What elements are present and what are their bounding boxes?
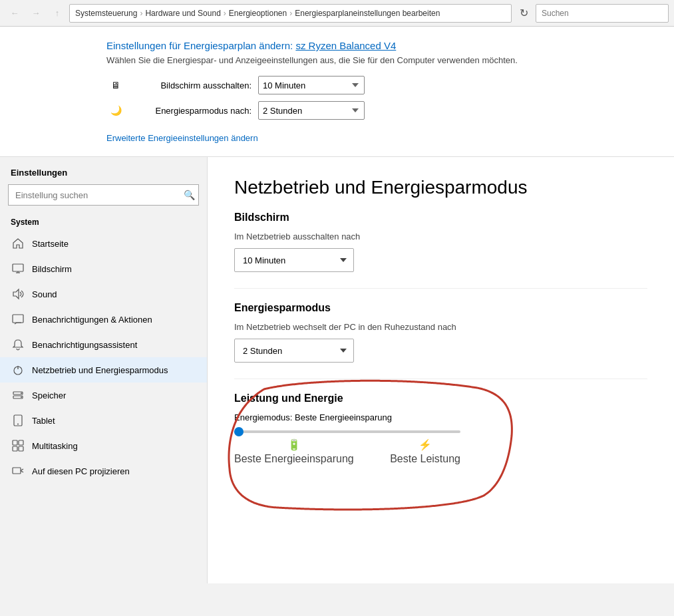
top-bar: ← → ↑ Systemsteuerung › Hardware und Sou… bbox=[0, 0, 674, 27]
svg-rect-14 bbox=[19, 440, 23, 445]
slider-right-icon: ⚡ bbox=[419, 438, 432, 451]
section-bildschirm-title: Bildschirm bbox=[234, 212, 647, 224]
svg-rect-15 bbox=[13, 446, 17, 451]
power-icon bbox=[11, 363, 25, 377]
breadcrumb: Systemsteuerung › Hardware und Sound › E… bbox=[69, 4, 512, 23]
section-divider-1 bbox=[234, 288, 647, 289]
slider-track bbox=[234, 430, 460, 433]
setting-row-2: 🌙 Energiesparmodus nach: 2 Stunden 15 Mi… bbox=[106, 101, 647, 120]
sidebar-item-label-multitasking: Multitasking bbox=[32, 441, 78, 451]
sidebar-item-tablet[interactable]: Tablet bbox=[0, 408, 207, 433]
sidebar-item-sound[interactable]: Sound bbox=[0, 281, 207, 307]
breadcrumb-sep-2: › bbox=[224, 9, 226, 18]
sidebar-item-label-tablet: Tablet bbox=[32, 416, 55, 426]
breadcrumb-item-1: Systemsteuerung bbox=[75, 9, 137, 18]
setting2-label: Energiesparmodus nach: bbox=[132, 106, 252, 116]
section-divider-2 bbox=[234, 379, 647, 379]
svg-point-10 bbox=[21, 396, 22, 398]
sidebar-item-label-speicher: Speicher bbox=[32, 390, 66, 400]
energie-icon: 🌙 bbox=[106, 101, 125, 120]
multitasking-icon bbox=[11, 438, 25, 453]
sidebar-section-label: System bbox=[0, 214, 207, 231]
sidebar-item-startseite[interactable]: Startseite bbox=[0, 231, 207, 256]
bildschirm-icon: 🖥 bbox=[106, 76, 125, 94]
svg-line-19 bbox=[21, 471, 23, 473]
sidebar-item-assistent[interactable]: Benachrichtigungsassistent bbox=[0, 332, 207, 357]
slider-thumb[interactable] bbox=[234, 427, 244, 436]
section-leistung-title: Leistung und Energie bbox=[234, 392, 647, 404]
svg-line-18 bbox=[21, 469, 23, 471]
upper-subtitle: Wählen Sie die Energiespar- und Anzeigee… bbox=[106, 55, 647, 65]
energie-dropdown-row: 2 Stunden 15 Minuten 30 Minuten 1 Stunde… bbox=[234, 339, 647, 363]
chat-icon bbox=[11, 312, 25, 327]
refresh-button[interactable]: ↻ bbox=[514, 4, 533, 23]
breadcrumb-sep-3: › bbox=[289, 9, 292, 18]
svg-rect-17 bbox=[13, 468, 21, 474]
setting1-label: Bildschirm ausschalten: bbox=[132, 80, 252, 90]
home-icon bbox=[11, 236, 25, 251]
top-search-input[interactable] bbox=[536, 4, 669, 23]
up-button[interactable]: ↑ bbox=[48, 4, 67, 23]
setting2-select[interactable]: 2 Stunden 15 Minuten 30 Minuten 1 Stunde… bbox=[258, 101, 365, 120]
title-prefix: Einstellungen für Energiesparplan ändern… bbox=[106, 40, 293, 51]
back-button[interactable]: ← bbox=[5, 4, 24, 23]
bildschirm-dropdown-row: 10 Minuten 5 Minuten 15 Minuten 30 Minut… bbox=[234, 248, 647, 272]
sidebar-item-label-bildschirm: Bildschirm bbox=[32, 264, 72, 274]
sound-icon bbox=[11, 287, 25, 301]
breadcrumb-sep-1: › bbox=[140, 9, 142, 18]
bildschirm-subtitle: Im Netzbetrieb ausschalten nach bbox=[234, 231, 647, 241]
content-area: Netzbetrieb und Energiesparmodus Bildsch… bbox=[208, 157, 674, 583]
upper-title: Einstellungen für Energiesparplan ändern… bbox=[106, 40, 647, 51]
slider-labels: 🔋 Beste Energieeinsparung ⚡ Beste Leistu… bbox=[234, 438, 460, 465]
sidebar-item-label-benachrichtigungen: Benachrichtigungen & Aktionen bbox=[32, 315, 152, 325]
bell-icon bbox=[11, 337, 25, 352]
sidebar-item-benachrichtigungen[interactable]: Benachrichtigungen & Aktionen bbox=[0, 307, 207, 332]
forward-button[interactable]: → bbox=[27, 4, 45, 23]
project-icon bbox=[11, 464, 25, 478]
sidebar-search-icon[interactable]: 🔍 bbox=[184, 190, 195, 200]
svg-marker-3 bbox=[13, 289, 19, 299]
breadcrumb-item-4: Energiesparplaneinstellungen bearbeiten bbox=[295, 9, 440, 18]
monitor-icon bbox=[11, 261, 25, 276]
sidebar-item-label-projizieren: Auf diesen PC projizieren bbox=[32, 466, 130, 476]
sidebar-title: Einstellungen bbox=[0, 168, 207, 184]
svg-point-9 bbox=[21, 392, 22, 394]
svg-rect-4 bbox=[13, 315, 23, 323]
svg-rect-0 bbox=[13, 264, 23, 271]
upper-panel: Einstellungen für Energiesparplan ändern… bbox=[0, 27, 674, 157]
sidebar-item-label-startseite: Startseite bbox=[32, 239, 69, 249]
slider-wrapper: 🔋 Beste Energieeinsparung ⚡ Beste Leistu… bbox=[234, 430, 647, 485]
sidebar-search-input[interactable] bbox=[8, 184, 199, 206]
slider-left-icon: 🔋 bbox=[287, 438, 301, 451]
energie-dropdown[interactable]: 2 Stunden 15 Minuten 30 Minuten 1 Stunde… bbox=[234, 339, 354, 363]
energie-subtitle: Im Netzbetrieb wechselt der PC in den Ru… bbox=[234, 322, 647, 332]
breadcrumb-item-2: Hardware und Sound bbox=[145, 9, 220, 18]
sidebar-item-label-netzbetrieb: Netzbetrieb und Energiesparmodus bbox=[32, 365, 168, 375]
slider-right-label: ⚡ Beste Leistung bbox=[390, 438, 460, 465]
advanced-link[interactable]: Erweiterte Energieeinstellungen ändern bbox=[106, 133, 258, 143]
setting-row-1: 🖥 Bildschirm ausschalten: 10 Minuten 5 M… bbox=[106, 76, 647, 94]
svg-rect-16 bbox=[19, 446, 23, 451]
svg-rect-13 bbox=[13, 440, 17, 445]
energiemodus-label: Energiemodus: Beste Energieeinsparung bbox=[234, 412, 647, 422]
slider-container: Energiemodus: Beste Energieeinsparung 🔋 … bbox=[234, 412, 647, 498]
sidebar-item-multitasking[interactable]: Multitasking bbox=[0, 433, 207, 458]
slider-left-text: Beste Energieeinsparung bbox=[234, 453, 354, 465]
svg-point-12 bbox=[17, 424, 19, 425]
setting1-select[interactable]: 10 Minuten 5 Minuten 15 Minuten 30 Minut… bbox=[258, 76, 365, 94]
sidebar-item-speicher[interactable]: Speicher bbox=[0, 383, 207, 408]
sidebar-item-projizieren[interactable]: Auf diesen PC projizieren bbox=[0, 458, 207, 484]
sidebar-item-label-sound: Sound bbox=[32, 289, 57, 299]
page-title: Netzbetrieb und Energiesparmodus bbox=[234, 177, 647, 198]
tablet-icon bbox=[11, 413, 25, 428]
main-layout: Einstellungen 🔍 System Startseite B bbox=[0, 157, 674, 583]
sidebar-item-netzbetrieb[interactable]: Netzbetrieb und Energiesparmodus bbox=[0, 357, 207, 383]
sidebar: Einstellungen 🔍 System Startseite B bbox=[0, 157, 208, 583]
leistung-energie-section: Leistung und Energie Energiemodus: Beste… bbox=[234, 392, 647, 498]
title-link[interactable]: sz Ryzen Balanced V4 bbox=[295, 40, 396, 51]
slider-right-text: Beste Leistung bbox=[390, 453, 460, 465]
bildschirm-dropdown[interactable]: 10 Minuten 5 Minuten 15 Minuten 30 Minut… bbox=[234, 248, 354, 272]
section-energie-title: Energiesparmodus bbox=[234, 302, 647, 314]
sidebar-item-bildschirm[interactable]: Bildschirm bbox=[0, 256, 207, 281]
breadcrumb-item-3: Energieoptionen bbox=[229, 9, 287, 18]
